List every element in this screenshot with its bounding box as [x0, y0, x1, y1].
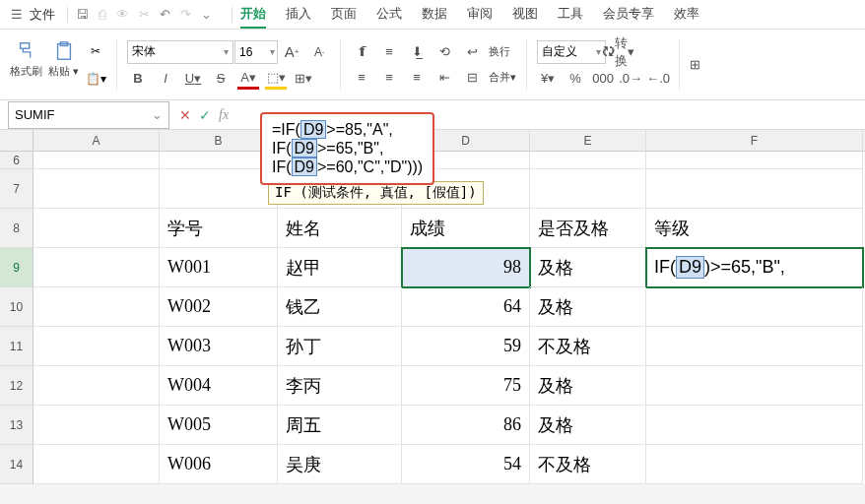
tab-0[interactable]: 开始: [240, 1, 266, 29]
cell-styles-button[interactable]: ⊞: [690, 54, 700, 76]
tab-9[interactable]: 效率: [674, 1, 699, 29]
orientation-button[interactable]: ⟲: [433, 41, 455, 63]
cell[interactable]: W002: [160, 287, 278, 327]
dropdown-icon[interactable]: ⌄: [201, 7, 212, 22]
cell[interactable]: 赵甲: [278, 248, 402, 287]
cell[interactable]: 64: [402, 287, 530, 327]
align-top-button[interactable]: ⬆̄: [351, 41, 372, 63]
highlight-button[interactable]: ⬚▾: [265, 68, 287, 90]
cell[interactable]: 及格: [530, 366, 646, 406]
tab-6[interactable]: 视图: [512, 1, 538, 29]
cell[interactable]: W001: [160, 248, 278, 287]
col-header-A[interactable]: A: [33, 130, 160, 151]
cut-button[interactable]: ✂ 📋▾: [85, 40, 106, 90]
row-header-13[interactable]: 13: [0, 406, 33, 445]
editing-cell[interactable]: IF(D9)>=65,"B",: [646, 248, 863, 287]
italic-button[interactable]: I: [155, 68, 176, 90]
save-icon[interactable]: 🖫: [76, 7, 89, 22]
cell[interactable]: [646, 169, 863, 209]
cell[interactable]: [33, 169, 160, 209]
cell[interactable]: 59: [402, 327, 530, 366]
align-middle-button[interactable]: ≡: [378, 41, 400, 63]
cell[interactable]: [33, 152, 160, 169]
cell[interactable]: [33, 287, 160, 327]
undo-icon[interactable]: ↶: [160, 7, 170, 22]
cell[interactable]: 不及格: [530, 445, 646, 484]
cut-icon[interactable]: ✂: [139, 7, 150, 22]
convert-button[interactable]: 🗘 转换▾: [607, 41, 629, 63]
percent-button[interactable]: %: [565, 68, 586, 90]
align-bottom-button[interactable]: ⬇̲: [406, 41, 428, 63]
cell[interactable]: 等级: [646, 209, 863, 248]
increase-font-button[interactable]: A+: [281, 41, 302, 63]
paste-button[interactable]: 粘贴 ▾: [48, 40, 79, 90]
row-header-6[interactable]: 6: [0, 152, 33, 169]
font-color-button[interactable]: A▾: [237, 68, 259, 90]
underline-button[interactable]: U▾: [182, 68, 204, 90]
cell[interactable]: 吴庚: [278, 445, 402, 484]
cell[interactable]: 李丙: [278, 366, 402, 406]
align-center-button[interactable]: ≡: [378, 67, 400, 89]
cancel-button[interactable]: ✕: [179, 107, 191, 123]
align-left-button[interactable]: ≡: [351, 67, 372, 89]
cell[interactable]: 86: [402, 406, 530, 445]
row-header-9[interactable]: 9: [0, 248, 33, 287]
tab-5[interactable]: 审阅: [467, 1, 493, 29]
cell[interactable]: 是否及格: [530, 209, 646, 248]
cell[interactable]: 成绩: [402, 209, 530, 248]
col-header-F[interactable]: F: [646, 130, 863, 151]
row-header-12[interactable]: 12: [0, 366, 33, 406]
strike-button[interactable]: S: [210, 68, 232, 90]
currency-button[interactable]: ¥▾: [537, 68, 559, 90]
cell[interactable]: [646, 152, 863, 169]
cell[interactable]: [646, 445, 863, 484]
cell[interactable]: 钱乙: [278, 287, 402, 327]
wrap-button[interactable]: ↩: [461, 41, 483, 63]
cell[interactable]: 及格: [530, 406, 646, 445]
cell[interactable]: [33, 209, 160, 248]
tab-3[interactable]: 公式: [376, 1, 402, 29]
cell[interactable]: 及格: [530, 248, 646, 287]
select-all-corner[interactable]: [0, 130, 33, 152]
row-header-11[interactable]: 11: [0, 327, 33, 366]
cell[interactable]: [33, 445, 160, 484]
cell[interactable]: 学号: [160, 209, 278, 248]
cell[interactable]: 姓名: [278, 209, 402, 248]
font-name-select[interactable]: [127, 40, 233, 64]
tab-7[interactable]: 工具: [558, 1, 583, 29]
file-menu[interactable]: 文件: [30, 6, 55, 24]
cell[interactable]: [646, 327, 863, 366]
cell[interactable]: W004: [160, 366, 278, 406]
confirm-button[interactable]: ✓: [199, 107, 211, 123]
cell[interactable]: 孙丁: [278, 327, 402, 366]
cell[interactable]: [530, 152, 646, 169]
cell[interactable]: W005: [160, 406, 278, 445]
tab-8[interactable]: 会员专享: [603, 1, 654, 29]
cell[interactable]: [530, 169, 646, 209]
comma-button[interactable]: 000: [592, 68, 614, 90]
print-icon[interactable]: ⎙: [99, 7, 106, 22]
col-header-E[interactable]: E: [530, 130, 646, 151]
tab-4[interactable]: 数据: [422, 1, 447, 29]
cell[interactable]: 及格: [530, 287, 646, 327]
cell[interactable]: [33, 327, 160, 366]
cell[interactable]: 不及格: [530, 327, 646, 366]
border-button[interactable]: ⊞▾: [293, 68, 314, 90]
cell[interactable]: [33, 366, 160, 406]
cell[interactable]: [646, 287, 863, 327]
row-header-14[interactable]: 14: [0, 445, 33, 484]
cell[interactable]: 54: [402, 445, 530, 484]
tab-2[interactable]: 页面: [331, 1, 357, 29]
cell[interactable]: [33, 248, 160, 287]
cell[interactable]: 75: [402, 366, 530, 406]
decrease-font-button[interactable]: A-: [308, 41, 330, 63]
tab-1[interactable]: 插入: [286, 1, 311, 29]
cell[interactable]: [33, 406, 160, 445]
inc-decimal-button[interactable]: .0→: [620, 68, 641, 90]
fx-button[interactable]: fx: [219, 107, 229, 123]
bold-button[interactable]: B: [127, 68, 149, 90]
cell[interactable]: W003: [160, 327, 278, 366]
align-right-button[interactable]: ≡: [406, 67, 428, 89]
row-header-10[interactable]: 10: [0, 287, 33, 327]
merge-button[interactable]: ⊟: [461, 67, 483, 89]
